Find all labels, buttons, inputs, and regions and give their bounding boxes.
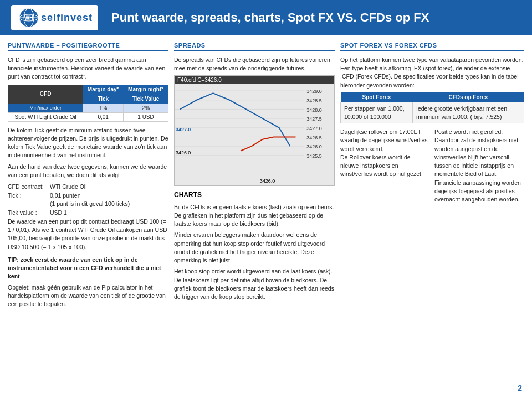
svg-text:3426.0: 3426.0 bbox=[306, 144, 321, 150]
margin-day-val1: 1% bbox=[83, 104, 124, 112]
detail-label-2: Tick : bbox=[8, 192, 48, 200]
svg-text:3427.0: 3427.0 bbox=[306, 126, 321, 131]
spot-forex-row1-col2: Iedere grootte verkrijgbaar met een mini… bbox=[412, 102, 524, 123]
detail-list: CFD contract: WTI Crude Oil Tick : 0,01 … bbox=[8, 183, 168, 218]
right-intro: Op het platform kunnen twee type van val… bbox=[340, 56, 524, 90]
cfd-table: CFD Margin day* Margin night* Tick Tick … bbox=[8, 85, 168, 122]
right-section-title: SPOT FOREX VS FOREX CFDs bbox=[340, 42, 524, 51]
margin-night-val1: 2% bbox=[124, 104, 168, 112]
spot-forex-col1-header: Spot Forex bbox=[341, 92, 413, 102]
right-left-para-1: Dagelijkse rollover om 17:00ET waarbij d… bbox=[340, 128, 430, 153]
right-right-para-1: Positie wordt niet gerolled. bbox=[434, 128, 524, 136]
spot-forex-table: Spot Forex CFDs op Forex Per stappen van… bbox=[340, 92, 524, 123]
detail-row-1: CFD contract: WTI Crude Oil bbox=[8, 183, 168, 192]
middle-column: SPREADS De spreads van CFDs die gebaseer… bbox=[174, 42, 335, 308]
detail-value-3: (1 punt is in dit geval 100 ticks) bbox=[50, 200, 130, 209]
svg-text:3426.5: 3426.5 bbox=[306, 135, 321, 141]
detail-label-4: Tick value : bbox=[8, 209, 48, 218]
cfd-col-header: CFD bbox=[8, 85, 83, 104]
spot-forex-row1-col1: Per stappen van 1.000, 10.000 of 100.000 bbox=[341, 102, 413, 123]
spot-tick-value: 1 USD bbox=[124, 112, 168, 121]
opmerking-text: Opgelet: maak géén gebruik van de Pip-ca… bbox=[8, 283, 168, 309]
opmerking-label: Opgelet: bbox=[8, 284, 30, 291]
charts-para-3: Het koop stop order wordt uitgevoerd aan… bbox=[174, 267, 335, 301]
svg-text:3427.5: 3427.5 bbox=[306, 117, 321, 122]
svg-text:3428.5: 3428.5 bbox=[306, 98, 321, 104]
left-para-2: Aan de hand van deze twee gegevens, kunn… bbox=[8, 163, 168, 179]
tip-box: TIP: zoek eerst de waarde van een tick o… bbox=[8, 256, 168, 308]
charts-section: CHARTS Bij de CFDs is er geen laatste ko… bbox=[174, 190, 335, 301]
left-intro: CFD 's zijn gebaseerd op een zeer breed … bbox=[8, 56, 168, 81]
svg-text:3425.5: 3425.5 bbox=[306, 153, 321, 159]
svg-text:3428.0: 3428.0 bbox=[306, 107, 321, 113]
spot-label: Spot WTI Light Crude Oil bbox=[8, 112, 83, 121]
detail-value-1: WTI Crude Oil bbox=[50, 183, 87, 192]
chart-container: F40.cfd C=3426.0 3429.0 3428.5 3428.0 34… bbox=[174, 75, 335, 186]
svg-text:3427.0: 3427.0 bbox=[176, 127, 191, 132]
logo-text: selfinvest bbox=[41, 12, 93, 24]
right-right-para-3: Financiele aanpassinging worden dagelijk… bbox=[434, 179, 524, 204]
right-sub-right: Positie wordt niet gerolled. Daardoor za… bbox=[434, 128, 524, 204]
mid-intro: De spreads van CFDs die gebaseerd zijn o… bbox=[174, 56, 335, 73]
charts-para-1: Bij de CFDs is er geen laatste koers (la… bbox=[174, 203, 335, 229]
tick-value-header: Tick Value bbox=[124, 94, 168, 104]
chart-svg: 3429.0 3428.5 3428.0 3427.5 3427.0 3426.… bbox=[175, 76, 334, 185]
spot-forex-col2-header: CFDs op Forex bbox=[412, 92, 524, 102]
chart-title: F40.cfd C=3426.0 bbox=[175, 76, 334, 84]
detail-value-2: 0,01 punten bbox=[50, 192, 80, 200]
detail-label-1: CFD contract: bbox=[8, 183, 48, 192]
left-column: PUNTWAARDE – POSITIEGROOTTE CFD 's zijn … bbox=[8, 42, 168, 308]
margin-night-header: Margin night* bbox=[124, 85, 168, 94]
right-column: SPOT FOREX VS FOREX CFDs Op het platform… bbox=[340, 42, 524, 308]
detail-row-3: (1 punt is in dit geval 100 ticks) bbox=[8, 200, 168, 209]
min-max-label: Min/max order bbox=[8, 104, 83, 112]
detail-value-4: USD 1 bbox=[50, 209, 67, 218]
mid-section-title: SPREADS bbox=[174, 42, 335, 51]
left-para-1: De kolom Tick geeft de minimum afstand t… bbox=[8, 126, 168, 160]
page-number: 2 bbox=[518, 384, 522, 392]
right-sub-columns: Dagelijkse rollover om 17:00ET waarbij d… bbox=[340, 128, 524, 204]
logo-area: WH selfinvest bbox=[11, 5, 98, 30]
margin-day-header: Margin day* bbox=[83, 85, 124, 94]
svg-text:WH: WH bbox=[24, 15, 34, 21]
tick-header: Tick bbox=[83, 94, 124, 104]
right-right-para-2: Daardoor zal de instapkoers niet worden … bbox=[434, 136, 524, 178]
detail-label-3 bbox=[8, 200, 48, 209]
header: WH selfinvest Punt waarde, spreads, char… bbox=[0, 0, 532, 35]
svg-text:3426.0: 3426.0 bbox=[176, 150, 191, 156]
svg-text:3426.0: 3426.0 bbox=[260, 178, 275, 184]
globe-icon: WH bbox=[19, 8, 39, 28]
charts-title: CHARTS bbox=[174, 190, 335, 200]
tip-text: TIP: zoek eerst de waarde van een tick o… bbox=[8, 256, 168, 281]
detail-row-4: Tick value : USD 1 bbox=[8, 209, 168, 218]
page-title: Punt waarde, spreads, charts, Spot FX VS… bbox=[111, 11, 429, 25]
left-body: De kolom Tick geeft de minimum afstand t… bbox=[8, 126, 168, 179]
charts-para-2: Minder ervaren beleggers maken daardoor … bbox=[174, 231, 335, 265]
left-section-title: PUNTWAARDE – POSITIEGROOTTE bbox=[8, 42, 168, 51]
opmerking-body: maak géén gebruik van de Pip-calculator … bbox=[8, 284, 166, 307]
svg-text:3429.0: 3429.0 bbox=[306, 89, 321, 95]
detail-row-2: Tick : 0,01 punten bbox=[8, 192, 168, 200]
right-left-para-2: De Rollover koers wordt de nieuwe instap… bbox=[340, 153, 430, 179]
right-sub-left: Dagelijkse rollover om 17:00ET waarbij d… bbox=[340, 128, 430, 204]
left-detail-para: De waarde van een punt op dit contract b… bbox=[8, 218, 168, 251]
main-content: PUNTWAARDE – POSITIEGROOTTE CFD 's zijn … bbox=[0, 35, 532, 315]
spot-tick: 0,01 bbox=[83, 112, 124, 121]
